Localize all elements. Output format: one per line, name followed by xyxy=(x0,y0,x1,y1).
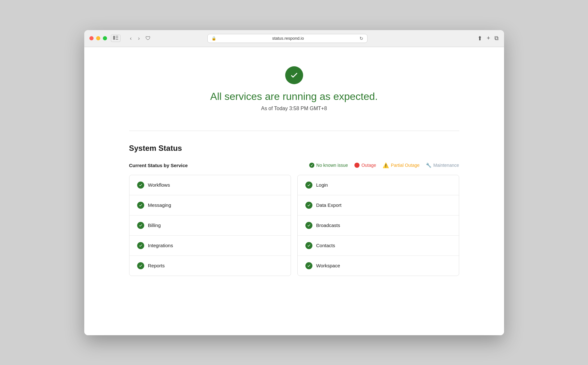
legend-outage-icon xyxy=(354,163,360,168)
legend-partial-outage: ⚠️ Partial Outage xyxy=(383,162,420,168)
status-check-icon xyxy=(285,66,303,84)
page-content: All services are running as expected. As… xyxy=(84,47,504,335)
traffic-lights xyxy=(89,36,107,40)
right-service-column: Login Data Export Broadcasts Contacts xyxy=(297,175,459,276)
list-item: Workflows xyxy=(129,175,291,195)
legend-outage-label: Outage xyxy=(361,163,376,168)
legend-check-icon xyxy=(309,163,314,168)
service-name: Workspace xyxy=(316,263,340,268)
url-text[interactable]: status.respond.io xyxy=(219,36,357,41)
section-divider xyxy=(129,131,459,131)
legend-partial-label: Partial Outage xyxy=(391,163,420,168)
shield-icon: 🛡 xyxy=(145,36,151,41)
left-service-column: Workflows Messaging Billing Integratio xyxy=(129,175,291,276)
maximize-button[interactable] xyxy=(103,36,107,40)
list-item: Contacts xyxy=(298,236,459,256)
browser-chrome: ‹ › 🛡 🔒 status.respond.io ↻ ⬆ + ⧉ xyxy=(84,30,504,47)
service-status-icon xyxy=(137,202,144,209)
current-status-label: Current Status by Service xyxy=(129,163,188,168)
tabs-button[interactable]: ⧉ xyxy=(494,35,499,42)
browser-window: ‹ › 🛡 🔒 status.respond.io ↻ ⬆ + ⧉ All se… xyxy=(84,30,504,335)
legend-wrench-icon: 🔧 xyxy=(426,163,431,168)
service-name: Workflows xyxy=(148,182,170,188)
legend-no-known-issue: No known issue xyxy=(309,163,348,168)
list-item: Login xyxy=(298,175,459,195)
service-status-icon xyxy=(305,262,312,269)
legend-outage: Outage xyxy=(354,163,376,168)
hero-section: All services are running as expected. As… xyxy=(129,66,459,111)
service-status-icon xyxy=(137,182,144,189)
service-name: Messaging xyxy=(148,202,171,208)
svg-rect-3 xyxy=(116,39,118,40)
services-grid: Workflows Messaging Billing Integratio xyxy=(129,175,459,276)
legend-maintenance: 🔧 Maintenance xyxy=(426,163,459,168)
minimize-button[interactable] xyxy=(96,36,100,40)
list-item: Billing xyxy=(129,215,291,236)
forward-button[interactable]: › xyxy=(136,35,142,42)
service-status-icon xyxy=(305,202,312,209)
service-status-icon xyxy=(137,242,144,249)
service-name: Contacts xyxy=(316,243,335,248)
service-status-icon xyxy=(137,222,144,229)
list-item: Integrations xyxy=(129,236,291,256)
service-name: Integrations xyxy=(148,243,173,248)
service-status-icon xyxy=(305,182,312,189)
list-item: Reports xyxy=(129,256,291,276)
service-name: Data Export xyxy=(316,202,342,208)
close-button[interactable] xyxy=(89,36,94,40)
service-status-icon xyxy=(305,242,312,249)
service-name: Login xyxy=(316,182,328,188)
legend-items: No known issue Outage ⚠️ Partial Outage … xyxy=(309,162,459,168)
section-title: System Status xyxy=(129,144,459,153)
browser-actions: ⬆ + ⧉ xyxy=(477,35,499,42)
list-item: Broadcasts xyxy=(298,215,459,236)
sidebar-toggle-button[interactable] xyxy=(111,35,120,42)
back-button[interactable]: ‹ xyxy=(128,35,134,42)
service-status-icon xyxy=(305,222,312,229)
share-button[interactable]: ⬆ xyxy=(477,35,482,42)
hero-subtitle: As of Today 3:58 PM GMT+8 xyxy=(129,106,459,111)
system-status-section: System Status Current Status by Service … xyxy=(129,144,459,276)
address-bar[interactable]: 🔒 status.respond.io ↻ xyxy=(207,34,368,43)
lock-icon: 🔒 xyxy=(211,36,216,41)
hero-title: All services are running as expected. xyxy=(129,91,459,102)
browser-controls: ‹ › xyxy=(128,35,142,42)
service-name: Billing xyxy=(148,223,161,228)
list-item: Data Export xyxy=(298,195,459,215)
service-name: Reports xyxy=(148,263,165,268)
status-legend-bar: Current Status by Service No known issue… xyxy=(129,162,459,168)
svg-rect-1 xyxy=(116,36,118,36)
list-item: Messaging xyxy=(129,195,291,215)
svg-rect-2 xyxy=(116,37,118,38)
service-status-icon xyxy=(137,262,144,269)
legend-maintenance-label: Maintenance xyxy=(433,163,459,168)
service-name: Broadcasts xyxy=(316,223,340,228)
legend-warning-icon: ⚠️ xyxy=(383,162,389,168)
check-svg xyxy=(290,71,299,80)
new-tab-button[interactable]: + xyxy=(487,35,490,42)
legend-no-issue-label: No known issue xyxy=(316,163,348,168)
svg-rect-0 xyxy=(113,36,115,40)
list-item: Workspace xyxy=(298,256,459,276)
reload-button[interactable]: ↻ xyxy=(360,36,363,41)
